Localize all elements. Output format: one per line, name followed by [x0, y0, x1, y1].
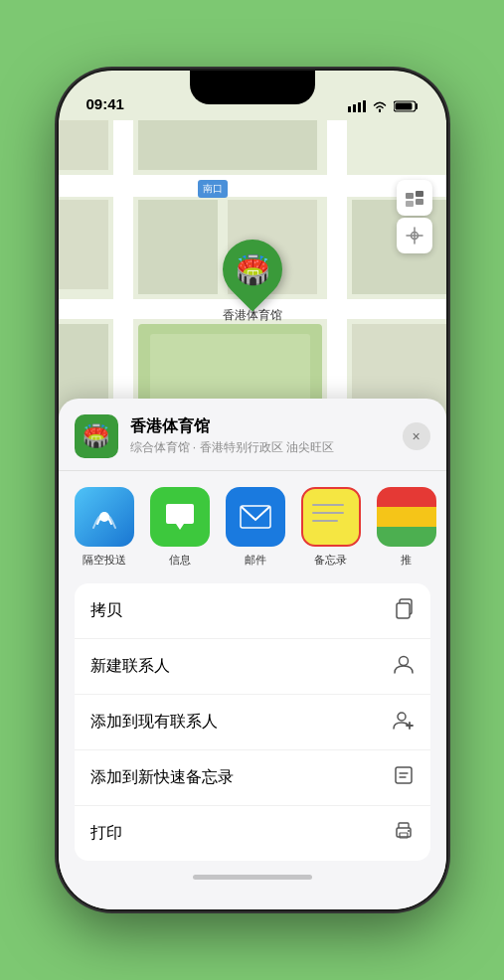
- svg-rect-3: [363, 100, 366, 112]
- action-print[interactable]: 打印: [75, 806, 430, 861]
- share-row: 隔空投送 信息: [59, 471, 446, 583]
- svg-rect-25: [406, 193, 414, 199]
- home-indicator: [193, 875, 312, 880]
- svg-rect-26: [416, 191, 423, 197]
- copy-svg-icon: [393, 597, 415, 619]
- status-bar: 09:41: [59, 71, 446, 120]
- venue-info: 香港体育馆 综合体育馆 · 香港特别行政区 油尖旺区: [130, 416, 391, 456]
- add-existing-label: 添加到现有联系人: [90, 712, 218, 733]
- wifi-icon: [372, 100, 388, 112]
- svg-rect-28: [416, 199, 423, 205]
- location-button[interactable]: [397, 218, 432, 253]
- svg-rect-5: [395, 103, 412, 110]
- notes-label: 备忘录: [314, 553, 347, 568]
- add-notes-icon: [393, 764, 415, 791]
- venue-name: 香港体育馆: [130, 416, 391, 437]
- battery-icon: [394, 100, 419, 112]
- add-existing-icon: [393, 709, 415, 735]
- svg-rect-1: [353, 104, 356, 112]
- share-item-notes[interactable]: 备忘录: [301, 487, 361, 568]
- venue-subtitle: 综合体育馆 · 香港特别行政区 油尖旺区: [130, 439, 391, 456]
- print-label: 打印: [90, 823, 122, 844]
- svg-rect-13: [59, 200, 108, 289]
- svg-rect-0: [348, 106, 351, 112]
- svg-rect-14: [138, 200, 218, 294]
- airdrop-signal-icon: [89, 502, 119, 532]
- action-list: 拷贝 新建联系人: [75, 583, 430, 861]
- message-bubble-icon: [164, 502, 196, 532]
- stadium-icon: 🏟️: [235, 253, 269, 286]
- phone-screen: 09:41: [59, 71, 446, 909]
- airdrop-icon: [75, 487, 134, 547]
- share-item-more[interactable]: 推: [377, 487, 436, 568]
- svg-point-38: [398, 713, 406, 721]
- envelope-icon: [240, 505, 271, 529]
- notch: [190, 71, 315, 104]
- svg-point-46: [408, 830, 410, 832]
- more-icon: [377, 487, 436, 547]
- location-icon: [406, 227, 423, 245]
- add-notes-label: 添加到新快速备忘录: [90, 767, 234, 788]
- messages-icon: [150, 487, 210, 547]
- notes-app-icon: [301, 487, 361, 547]
- action-new-contact[interactable]: 新建联系人: [75, 639, 430, 695]
- airdrop-label: 隔空投送: [83, 553, 126, 568]
- venue-icon: 🏟️: [75, 414, 118, 458]
- action-add-existing[interactable]: 添加到现有联系人: [75, 695, 430, 750]
- map-view-toggle[interactable]: [397, 180, 432, 216]
- new-contact-label: 新建联系人: [90, 656, 170, 677]
- map-controls[interactable]: [397, 180, 432, 253]
- status-time: 09:41: [86, 95, 124, 112]
- phone-frame: 09:41: [59, 71, 446, 909]
- svg-rect-41: [396, 767, 412, 783]
- svg-rect-12: [138, 120, 317, 170]
- mail-icon: [226, 487, 285, 547]
- share-item-airdrop[interactable]: 隔空投送: [75, 487, 134, 568]
- action-add-notes[interactable]: 添加到新快速备忘录: [75, 750, 430, 806]
- svg-rect-11: [59, 120, 108, 170]
- quick-note-svg-icon: [393, 764, 415, 786]
- bottom-sheet: 🏟️ 香港体育馆 综合体育馆 · 香港特别行政区 油尖旺区 ×: [59, 399, 446, 909]
- notes-lines-icon: [309, 493, 347, 537]
- mail-label: 邮件: [245, 553, 266, 568]
- printer-svg-icon: [393, 820, 415, 842]
- svg-rect-36: [397, 603, 410, 618]
- signal-icon: [348, 100, 366, 112]
- svg-point-37: [399, 657, 408, 666]
- share-item-mail[interactable]: 邮件: [226, 487, 285, 568]
- map-icon: [405, 188, 424, 208]
- action-copy[interactable]: 拷贝: [75, 583, 430, 639]
- sheet-header: 🏟️ 香港体育馆 综合体育馆 · 香港特别行政区 油尖旺区 ×: [59, 399, 446, 471]
- pin-marker: 🏟️: [210, 228, 294, 312]
- home-indicator-area: [59, 875, 446, 880]
- copy-icon: [393, 597, 415, 624]
- more-label: 推: [401, 553, 412, 568]
- status-icons: [348, 100, 419, 112]
- map-north-label: 南口: [198, 180, 228, 198]
- svg-rect-27: [406, 201, 414, 207]
- stadium-pin: 🏟️ 香港体育馆: [223, 240, 282, 324]
- contact-svg-icon: [393, 653, 415, 675]
- print-icon: [393, 820, 415, 847]
- messages-label: 信息: [169, 553, 191, 568]
- new-contact-icon: [393, 653, 415, 680]
- share-item-messages[interactable]: 信息: [150, 487, 210, 568]
- close-button[interactable]: ×: [403, 422, 430, 450]
- svg-rect-2: [358, 102, 361, 112]
- add-contact-svg-icon: [393, 709, 415, 731]
- copy-label: 拷贝: [90, 600, 122, 621]
